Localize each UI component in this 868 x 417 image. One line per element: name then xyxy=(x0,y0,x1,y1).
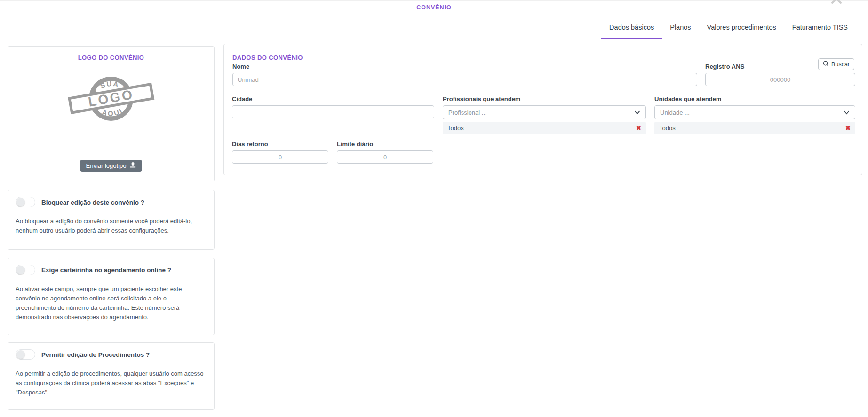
limite-diario-input[interactable] xyxy=(337,150,433,164)
allow-procedures-toggle[interactable] xyxy=(16,349,35,360)
toggle-knob xyxy=(16,350,25,359)
convenio-screen: CONVÊNIO Dados básicos Planos Valores pr… xyxy=(0,0,868,417)
block-edit-label: Bloquear edição deste convênio ? xyxy=(41,199,144,206)
tab-bar: Dados básicos Planos Valores procediment… xyxy=(0,15,868,39)
block-edit-card: Bloquear edição deste convênio ? Ao bloq… xyxy=(8,190,215,250)
allow-procedures-description: Ao permitir a edição de procedimentos, q… xyxy=(16,369,207,397)
nome-label: Nome xyxy=(232,63,697,70)
unidades-chip-label: Todos xyxy=(659,125,676,132)
unidades-select-value: Unidade ... xyxy=(660,109,690,116)
profissionais-label: Profissionais que atendem xyxy=(443,95,646,102)
dias-retorno-input[interactable] xyxy=(232,150,328,164)
allow-procedures-label: Permitir edição de Procedimentos ? xyxy=(41,351,150,358)
profissionais-chip-label: Todos xyxy=(447,125,464,132)
tab-valores-procedimentos[interactable]: Valores procedimentos xyxy=(699,15,784,39)
profissionais-select-value: Profissional ... xyxy=(448,109,487,116)
dias-retorno-field-group: Dias retorno xyxy=(232,141,328,164)
tab-dados-basicos[interactable]: Dados básicos xyxy=(601,15,662,39)
limite-diario-label: Limite diário xyxy=(337,141,433,148)
form-panel: DADOS DO CONVÊNIO Buscar Nome Registro A… xyxy=(223,44,862,175)
toggle-knob xyxy=(16,266,25,274)
unidades-selected-chip: Todos ✖ xyxy=(654,122,855,134)
chevron-down-icon xyxy=(634,109,640,116)
cidade-field-group: Cidade xyxy=(232,95,434,118)
upload-logo-button-label: Enviar logotipo xyxy=(86,162,127,169)
block-edit-description: Ao bloquear a edição do convênio somente… xyxy=(16,217,207,236)
cidade-input[interactable] xyxy=(232,105,434,118)
toggle-knob xyxy=(16,198,25,206)
page-header: CONVÊNIO xyxy=(0,0,868,16)
require-card-label: Exige carteirinha no agendamento online … xyxy=(41,267,171,274)
registro-ans-input[interactable] xyxy=(705,73,855,86)
profissionais-select[interactable]: Profissional ... xyxy=(443,105,646,119)
chevron-up-icon[interactable] xyxy=(830,0,843,7)
upload-icon xyxy=(130,162,136,169)
nome-field-group: Nome xyxy=(232,63,697,86)
limite-diario-field-group: Limite diário xyxy=(337,141,433,164)
stamp-logo-image: ★ SUA ★ AQUI LOGO xyxy=(67,68,155,128)
remove-icon[interactable]: ✖ xyxy=(636,125,641,131)
allow-procedures-card: Permitir edição de Procedimentos ? Ao pe… xyxy=(8,342,215,410)
logo-panel-title: LOGO DO CONVÊNIO xyxy=(8,54,214,61)
tab-faturamento-tiss[interactable]: Faturamento TISS xyxy=(784,15,856,39)
profissionais-field-group: Profissionais que atendem Profissional .… xyxy=(443,95,646,134)
registro-ans-field-group: Registro ANS xyxy=(705,63,855,86)
logo-panel: LOGO DO CONVÊNIO ★ SUA ★ AQUI LOGO En xyxy=(8,46,215,181)
unidades-select[interactable]: Unidade ... xyxy=(654,105,855,119)
tabs-group: Dados básicos Planos Valores procediment… xyxy=(601,15,856,39)
nome-input[interactable] xyxy=(232,73,697,86)
upload-logo-button[interactable]: Enviar logotipo xyxy=(80,160,142,172)
cidade-label: Cidade xyxy=(232,95,434,102)
tab-planos[interactable]: Planos xyxy=(662,15,699,39)
remove-icon[interactable]: ✖ xyxy=(845,125,851,131)
require-card-description: Ao ativar este campo, sempre que um paci… xyxy=(16,284,207,323)
form-panel-title: DADOS DO CONVÊNIO xyxy=(232,54,303,61)
unidades-field-group: Unidades que atendem Unidade ... Todos ✖ xyxy=(654,95,855,134)
unidades-label: Unidades que atendem xyxy=(654,95,855,102)
require-card-card: Exige carteirinha no agendamento online … xyxy=(8,258,215,335)
profissionais-selected-chip: Todos ✖ xyxy=(443,122,646,134)
dias-retorno-label: Dias retorno xyxy=(232,141,328,148)
block-edit-toggle[interactable] xyxy=(16,197,35,207)
page-title: CONVÊNIO xyxy=(0,1,868,14)
require-card-toggle[interactable] xyxy=(16,265,35,275)
registro-ans-label: Registro ANS xyxy=(705,63,855,70)
chevron-down-icon xyxy=(844,109,850,116)
